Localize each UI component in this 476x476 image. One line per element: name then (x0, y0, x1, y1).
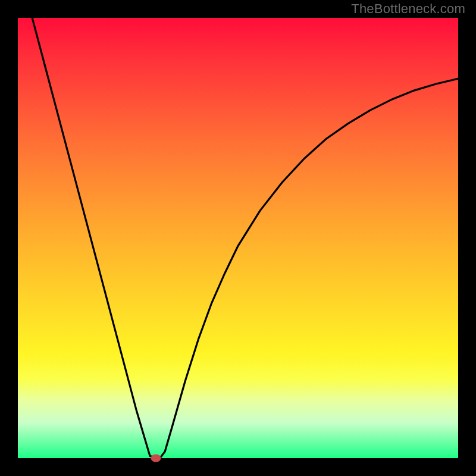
plot-area (18, 18, 458, 458)
minimum-marker (151, 455, 161, 462)
bottleneck-curve-path (31, 18, 458, 458)
bottleneck-curve-svg (18, 18, 458, 458)
attribution-text: TheBottleneck.com (351, 1, 465, 17)
chart-frame: TheBottleneck.com (0, 0, 476, 476)
